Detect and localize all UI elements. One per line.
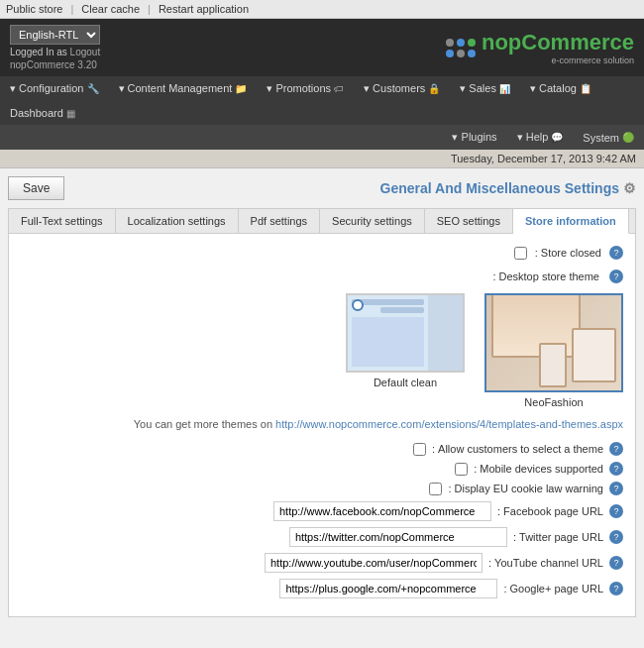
tagline: e-commerce solution — [482, 55, 634, 65]
nav-promotions[interactable]: ▾ Promotions 🏷 — [257, 76, 354, 101]
datebar: Tuesday, December 17, 2013 9:42 AM — [0, 150, 644, 168]
theme-neofashion-name: NeoFashion — [484, 396, 623, 408]
logo-area: nopCommerce e-commerce solution — [446, 30, 634, 65]
save-button[interactable]: Save — [8, 176, 64, 200]
theme-default-radio — [352, 299, 364, 311]
header: English-RTL Logged In as Logout nopComme… — [0, 19, 644, 76]
googleplus-help-icon[interactable]: ? — [609, 582, 623, 595]
desktop-theme-help-icon[interactable]: ? — [609, 270, 623, 283]
public-store-link[interactable]: Public store — [6, 3, 62, 15]
facebook-row: ? Facebook page URL : — [21, 501, 623, 521]
allow-select-theme-label: Allow customers to select a theme : — [432, 443, 603, 455]
theme-default-clean[interactable]: Default clean — [346, 293, 465, 388]
tab-localization[interactable]: Localization settings — [116, 209, 239, 233]
eu-cookie-checkbox[interactable] — [429, 483, 442, 495]
nav-content-management[interactable]: ▾ Content Management 📁 — [109, 76, 258, 101]
more-themes-link[interactable]: http://www.nopcommerce.com/extensions/4/… — [275, 418, 623, 430]
dot — [446, 39, 454, 47]
neofashion-mockup — [486, 293, 621, 392]
topbar: Public store | Clear cache | Restart app… — [0, 0, 644, 19]
clear-cache-link[interactable]: Clear cache — [81, 3, 140, 15]
dot — [468, 50, 476, 57]
page-title: General And Miscellaneous Settings ⚙ — [380, 180, 636, 196]
eu-cookie-label: Display EU cookie law warning : — [448, 483, 603, 494]
eu-cookie-row: ? Display EU cookie law warning : — [21, 482, 623, 495]
facebook-input[interactable] — [273, 501, 491, 521]
nav-system[interactable]: System 🟢 — [573, 126, 644, 150]
theme-default-image — [346, 293, 465, 373]
mobile-supported-label: Mobile devices supported : — [474, 463, 603, 475]
tab-fulltext[interactable]: Full-Text settings — [9, 209, 116, 233]
dot — [446, 50, 454, 57]
facebook-label: Facebook page URL : — [497, 505, 603, 517]
theme-neofashion-image — [484, 293, 623, 392]
gear-icon: ⚙ — [623, 180, 636, 196]
dot — [468, 39, 476, 47]
nav-help[interactable]: ▾ Help 💬 — [507, 125, 574, 150]
mobile-supported-help-icon[interactable]: ? — [609, 462, 623, 476]
dot — [457, 50, 465, 57]
desktop-theme-section: ? Desktop store theme : — [21, 270, 623, 283]
eu-cookie-help-icon[interactable]: ? — [609, 482, 623, 495]
nav-customers[interactable]: ▾ Customers 🔒 — [354, 76, 450, 101]
restart-app-link[interactable]: Restart application — [159, 3, 249, 15]
youtube-label: YouTube channel URL : — [488, 557, 603, 569]
nav-row2: ▾ Plugins ▾ Help 💬 System 🟢 — [0, 125, 644, 150]
laptop-mockup — [491, 293, 581, 358]
tab-panel: Full-Text settings Localization settings… — [8, 208, 636, 617]
youtube-input[interactable] — [265, 553, 483, 573]
store-closed-row: ? Store closed : — [21, 246, 623, 260]
version-label: nopCommerce 3.20 — [10, 59, 100, 70]
twitter-help-icon[interactable]: ? — [609, 530, 623, 544]
googleplus-row: ? Google+ page URL : — [21, 579, 623, 598]
facebook-help-icon[interactable]: ? — [609, 504, 623, 518]
theme-default-name: Default clean — [346, 377, 465, 388]
dot — [457, 39, 465, 47]
nav-sales[interactable]: ▾ Sales 📊 — [450, 76, 520, 101]
language-select[interactable]: English-RTL — [10, 25, 100, 45]
nav-configuration[interactable]: ▾ Configuration 🔧 — [0, 76, 109, 101]
tab-seo[interactable]: SEO settings — [425, 209, 513, 233]
logo-text: nopCommerce e-commerce solution — [482, 30, 634, 65]
tab-store-information[interactable]: Store information — [513, 209, 629, 234]
more-themes-section: You can get more themes on http://www.no… — [21, 418, 623, 430]
nav-row1: ▾ Configuration 🔧 ▾ Content Management 📁… — [0, 76, 644, 125]
store-closed-checkbox[interactable] — [514, 247, 527, 260]
googleplus-label: Google+ page URL : — [503, 583, 603, 594]
nav-dashboard[interactable]: Dashboard ▦ — [0, 101, 85, 125]
logout-link[interactable]: Logout — [70, 47, 101, 57]
theme-neofashion[interactable]: NeoFashion — [484, 293, 623, 408]
phone-mockup — [539, 343, 567, 387]
store-closed-help-icon[interactable]: ? — [609, 246, 623, 260]
nav-plugins[interactable]: ▾ Plugins — [442, 125, 506, 150]
themes-section: NeoFashion — [21, 293, 623, 408]
tab-content-store: ? Store closed : ? Desktop store theme : — [9, 234, 635, 616]
tabs: Full-Text settings Localization settings… — [9, 209, 635, 234]
mobile-supported-row: ? Mobile devices supported : — [21, 462, 623, 476]
desktop-theme-label: Desktop store theme : — [492, 270, 599, 282]
user-info: Logged In as Logout — [10, 47, 100, 57]
save-bar: Save General And Miscellaneous Settings … — [8, 176, 636, 200]
allow-select-theme-row: ? Allow customers to select a theme : — [21, 442, 623, 456]
youtube-row: ? YouTube channel URL : — [21, 553, 623, 573]
googleplus-input[interactable] — [279, 579, 497, 598]
youtube-help-icon[interactable]: ? — [609, 556, 623, 570]
themes-grid: NeoFashion — [21, 293, 623, 408]
logo-dots — [446, 39, 476, 57]
allow-select-theme-checkbox[interactable] — [413, 443, 426, 456]
tab-security[interactable]: Security settings — [320, 209, 425, 233]
twitter-row: ? Twitter page URL : — [21, 527, 623, 547]
twitter-input[interactable] — [289, 527, 507, 547]
twitter-label: Twitter page URL : — [513, 531, 603, 543]
store-closed-label: Store closed : — [535, 247, 601, 259]
allow-select-theme-help-icon[interactable]: ? — [609, 442, 623, 456]
nav-catalog[interactable]: ▾ Catalog 📋 — [520, 76, 601, 101]
content: Save General And Miscellaneous Settings … — [0, 168, 644, 625]
mobile-supported-checkbox[interactable] — [455, 463, 468, 476]
tab-pdf[interactable]: Pdf settings — [239, 209, 320, 233]
tablet-mockup — [572, 328, 616, 382]
